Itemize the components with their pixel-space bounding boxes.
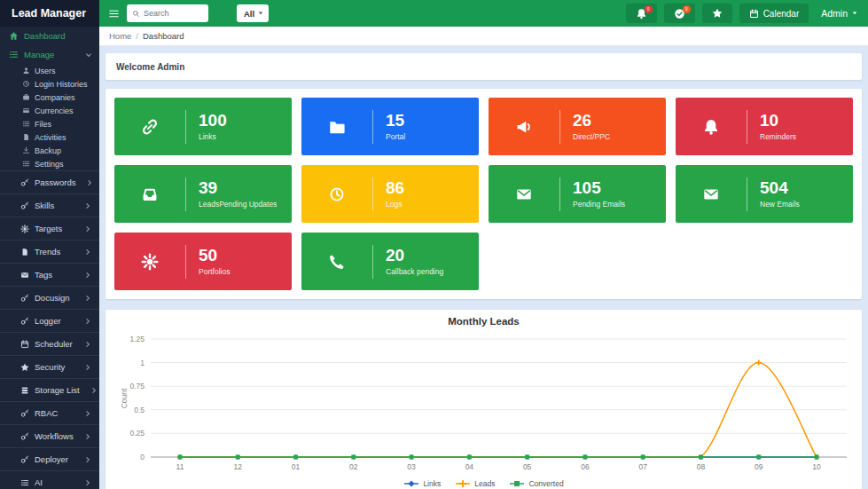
sidebar-item-skills[interactable]: Skills — [0, 193, 99, 217]
sidebar-item-rbac[interactable]: RBAC — [0, 401, 99, 424]
sidebar-item-workflows[interactable]: Workflows — [0, 424, 99, 447]
legend-item-converted[interactable]: Converted — [509, 479, 563, 488]
star-icon — [712, 8, 723, 19]
key-icon — [20, 294, 29, 303]
breadcrumb: Home / Dashboard — [99, 27, 868, 46]
sidebar-item-label: Settings — [35, 160, 64, 169]
sidebar-item-label: AI — [35, 477, 43, 487]
chevron-right-icon — [84, 479, 91, 486]
notifications-button[interactable]: 0 — [626, 4, 657, 23]
sidebar-item-backup[interactable]: Backup — [0, 144, 99, 157]
calendar-button[interactable]: Calendar — [739, 4, 809, 23]
sidebar-item-label: Storage List — [35, 385, 80, 395]
sidebar-item-targets[interactable]: Targets — [0, 217, 99, 240]
stat-tile-new-emails[interactable]: 504New Emails — [676, 165, 853, 223]
tile-divider — [372, 245, 373, 279]
sidebar-item-label: Logger — [35, 316, 61, 326]
stat-tile-links[interactable]: 100Links — [114, 98, 292, 155]
link-icon — [114, 118, 185, 136]
chevron-right-icon — [84, 295, 91, 302]
sidebar-item-files[interactable]: Files — [0, 117, 99, 130]
stat-value: 15 — [386, 112, 405, 130]
sidebar-item-scheduler[interactable]: Scheduler — [0, 332, 99, 355]
key-icon — [20, 409, 29, 418]
sidebar-item-currencies[interactable]: Currencies — [0, 104, 99, 117]
chevron-right-icon — [84, 225, 91, 233]
filter-select[interactable]: All — [237, 4, 269, 22]
stat-tile-leadspending-updates[interactable]: 39LeadsPending Updates — [114, 165, 292, 223]
svg-text:05: 05 — [523, 462, 532, 471]
sidebar: Lead Manager DashboardManageUsersLogin H… — [0, 0, 99, 489]
stat-label: Portfolios — [199, 267, 230, 276]
search-input[interactable] — [144, 9, 203, 18]
stat-tile-portal[interactable]: 15Portal — [301, 98, 479, 155]
list-icon — [20, 478, 29, 487]
stat-tile-callback-pending[interactable]: 20Callback pending — [301, 233, 479, 290]
sidebar-item-storage-list[interactable]: Storage List — [0, 378, 99, 401]
sidebar-item-logger[interactable]: Logger — [0, 309, 99, 332]
sidebar-item-label: Companies — [35, 93, 75, 102]
svg-text:1: 1 — [140, 359, 145, 367]
sidebar-item-dashboard[interactable]: Dashboard — [0, 27, 99, 45]
svg-text:0.5: 0.5 — [134, 406, 145, 414]
favorites-button[interactable] — [702, 4, 732, 23]
stat-tile-portfolios[interactable]: 50Portfolios — [114, 233, 292, 290]
sidebar-item-label: Users — [35, 67, 56, 75]
chevron-right-icon — [90, 387, 98, 394]
breadcrumb-home[interactable]: Home — [109, 31, 131, 41]
sidebar-item-users[interactable]: Users — [0, 64, 99, 77]
sidebar-item-login-histories[interactable]: Login Histories — [0, 77, 99, 91]
topbar: All 0 0 Calendar Admin — [99, 0, 868, 27]
svg-text:Count: Count — [120, 388, 129, 408]
sidebar-item-label: Currencies — [35, 106, 74, 115]
sidebar-item-activities[interactable]: Activities — [0, 130, 99, 144]
sidebar-item-manage[interactable]: Manage — [0, 45, 99, 64]
sidebar-item-docusign[interactable]: Docusign — [0, 286, 99, 309]
phone-icon — [301, 253, 372, 271]
stat-tile-reminders[interactable]: 10Reminders — [676, 98, 853, 155]
chevron-right-icon — [84, 341, 91, 348]
stat-value: 26 — [573, 112, 610, 130]
tasks-button[interactable]: 0 — [664, 4, 695, 23]
stat-value: 504 — [760, 179, 800, 197]
svg-text:0.75: 0.75 — [129, 382, 145, 390]
sidebar-item-label: Backup — [35, 146, 61, 155]
caret-down-icon — [257, 10, 264, 17]
stat-tile-direct-ppc[interactable]: 26Direct/PPC — [489, 98, 666, 155]
legend-item-links[interactable]: Links — [403, 479, 441, 488]
key-icon — [20, 178, 29, 187]
stat-value: 86 — [386, 179, 404, 197]
stat-label: New Emails — [760, 200, 800, 209]
chevron-right-icon — [86, 179, 93, 186]
svg-text:04: 04 — [465, 462, 474, 471]
svg-text:1.25: 1.25 — [129, 335, 145, 343]
calendar-button-label: Calendar — [763, 9, 800, 19]
stat-tile-pending-emails[interactable]: 105Pending Emails — [489, 165, 666, 223]
sidebar-item-deployer[interactable]: Deployer — [0, 447, 99, 470]
sidebar-item-label: Activities — [35, 133, 66, 142]
sidebar-item-trends[interactable]: Trends — [0, 240, 99, 263]
sidebar-nav: DashboardManageUsersLogin HistoriesCompa… — [0, 27, 99, 489]
svg-text:10: 10 — [812, 462, 821, 471]
admin-menu[interactable]: Admin — [821, 8, 858, 19]
home-icon — [9, 31, 19, 41]
inbox-icon — [114, 185, 185, 203]
sidebar-item-settings[interactable]: Settings — [0, 157, 99, 170]
sidebar-item-label: Login Histories — [35, 80, 88, 89]
stat-tile-logs[interactable]: 86Logs — [301, 165, 479, 223]
sidebar-item-security[interactable]: Security — [0, 355, 99, 378]
caret-down-icon — [851, 10, 858, 17]
sidebar-item-ai[interactable]: AI — [0, 470, 99, 489]
bell-icon — [676, 118, 747, 136]
sidebar-item-tags[interactable]: Tags — [0, 263, 99, 286]
sidebar-item-companies[interactable]: Companies — [0, 91, 99, 104]
user-icon — [22, 67, 30, 75]
legend-item-leads[interactable]: Leads — [455, 479, 495, 488]
menu-icon[interactable] — [108, 8, 120, 20]
stat-label: Direct/PPC — [573, 132, 610, 141]
history-icon — [301, 185, 372, 203]
search-box — [127, 4, 208, 22]
sidebar-item-passwords[interactable]: Passwords — [0, 170, 99, 193]
svg-text:11: 11 — [176, 462, 184, 471]
list-icon — [22, 160, 30, 168]
